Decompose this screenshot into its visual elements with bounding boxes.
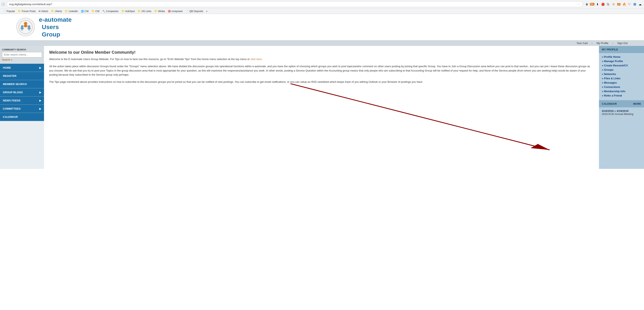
bookmark-linkedin-label: LinkedIn [68,10,78,13]
nav-link-committees[interactable]: COMMITTEES ▶ [0,105,44,113]
bookmark-corepower[interactable]: 🎯 corepower [166,10,184,13]
nav-arrow-home: ▶ [39,66,41,69]
bookmark-alerts-2[interactable]: 📁 /Alerts [50,9,63,13]
nav-item-calendar[interactable]: CALENDAR [0,113,44,121]
flame-icon[interactable]: 🔥 [622,2,626,7]
bookmark-corepower-label: corepower [172,10,183,13]
nav-link-register[interactable]: REGISTER [0,72,44,80]
bookmark-alerts-1-label: /Alerts [41,10,48,13]
ghost-icon[interactable]: 2 [632,2,637,7]
nav-item-home[interactable]: HOME ▶ [0,64,44,72]
header-inner: e-automate Users Group [16,16,628,38]
bookmark-alerts-1[interactable]: ✉ /Alerts [37,10,49,13]
top-nav-my-profile[interactable]: My Profile [596,42,608,45]
content-paragraph-3: The Tips page mentioned above provides i… [49,80,594,84]
my-profile-section: MY PROFILE Profile Home Manage Profile C… [599,46,644,99]
bookmark-cw-1-label: CW [84,10,89,13]
extension-icon-1[interactable]: 🔴 [600,2,605,7]
notification-icon-2[interactable]: 90 [616,2,621,7]
click-here-link[interactable]: click here [250,58,262,61]
elephant-icon[interactable]: 🐘 [606,2,610,7]
community-search-section: COMMUNITY SEARCH Search » [0,46,44,64]
search-input[interactable] [2,52,42,57]
bookmark-hubspot[interactable]: 📁 HubSpot [120,9,136,13]
nav-link-group-blogs[interactable]: GROUP BLOGS ▶ [0,88,44,96]
my-profile-link-groups[interactable]: Groups [602,68,641,72]
nav-item-news-feeds[interactable]: NEWS FEEDS ▶ [0,97,44,105]
bookmark-cw-1[interactable]: 🌐 CW [80,10,90,13]
inbox-icon[interactable]: ⬇ [595,2,600,7]
bookmark-forum-posts[interactable]: 📁 Forum Posts [16,9,37,13]
bookmark-wistia[interactable]: 📁 Wistia [153,9,166,13]
my-profile-link-networks[interactable]: Networks [602,72,641,76]
bookmark-hs-links[interactable]: 📁 HS Links [136,9,152,13]
site-header: e-automate Users Group [0,14,644,40]
logo-users: Users [42,24,59,30]
content-para1-text: Welcome to the E-Automate Users Group We… [49,58,250,61]
nav-item-group-blogs[interactable]: GROUP BLOGS ▶ [0,88,44,97]
bookmark-wistia-label: Wistia [158,10,165,13]
address-input[interactable] [9,3,576,6]
nav-item-committees[interactable]: COMMITTEES ▶ [0,105,44,113]
page-wrapper: e-automate Users Group Your Cart | My Pr… [0,14,644,307]
my-profile-links: Profile Home Manage Profile Create Resum… [599,53,644,99]
main-layout: COMMUNITY SEARCH Search » HOME ▶ REGISTE… [0,46,644,169]
my-profile-link-messages[interactable]: Messages [602,81,641,85]
my-profile-header: MY PROFILE [599,46,644,53]
nav-arrow-group-blogs: ▶ [39,91,41,94]
nav-label-committees: COMMITTEES [3,107,21,110]
nav-link-calendar[interactable]: CALENDAR [0,113,44,121]
bookmark-star-icon[interactable]: ☆ [578,2,580,6]
address-bar[interactable]: ☆ [6,1,583,7]
bookmark-forum-posts-label: Forum Posts [22,10,36,13]
bookmark-companies[interactable]: 🔧 Companies [101,10,120,13]
calendar-more-link[interactable]: MORE [633,102,641,105]
bookmark-cw-2[interactable]: 📁 CW [90,9,101,13]
my-profile-link-profile-home[interactable]: Profile Home [602,55,641,59]
bookmarks-more[interactable]: » [205,10,209,13]
top-nav-sign-out[interactable]: Sign Out [617,42,628,45]
my-profile-link-resume[interactable]: Create Resumé/CV [602,63,641,68]
nav-link-member-search[interactable]: MEMBER SEARCH [0,80,44,88]
my-profile-link-manage-profile[interactable]: Manage Profile [602,59,641,63]
nav-link-news-feeds[interactable]: NEWS FEEDS ▶ [0,97,44,105]
hubspot-icon[interactable]: ⚙ [611,2,616,7]
my-profile-link-membership[interactable]: Membership Info [602,89,641,93]
nav-item-register[interactable]: REGISTER [0,72,44,80]
info-icon[interactable]: i [2,3,5,6]
folder-icon-3: 📁 [65,10,68,13]
nav-arrow-committees: ▶ [39,107,41,110]
calendar-section-title: CALENDAR [602,102,617,105]
screen-share-icon[interactable]: 🖥 [584,2,589,7]
svg-point-2 [24,25,28,27]
nav-link-home[interactable]: HOME ▶ [0,64,44,72]
folder-icon-6: 📁 [138,10,141,13]
top-nav-your-cart[interactable]: Your Cart [576,42,588,45]
nav-item-member-search[interactable]: MEMBER SEARCH [0,80,44,88]
cloud-icon[interactable]: ☁ [638,2,642,7]
my-profile-link-refer[interactable]: Refer a Friend [602,93,641,98]
content-title: Welcome to our Online Member Community! [49,50,594,55]
my-profile-link-connections[interactable]: Connections [602,85,641,89]
bookmark-linkedin[interactable]: 📁 LinkedIn [64,9,79,13]
browser-toolbar-icons: 🖥 99+ ⬇ 🔴 🐘 ⚙ 90 🔥 🛡 2 ☁ [584,2,642,7]
folder-icon-5: 📁 [122,10,125,13]
top-nav-bar: Your Cart | My Profile | Sign Out [0,40,644,46]
bookmark-qb-deposits[interactable]: 📄 QB Deposits [184,10,204,13]
address-bar-row: i ☆ 🖥 99+ ⬇ 🔴 🐘 ⚙ 90 🔥 🛡 2 ☁ [0,0,644,9]
community-search-title: COMMUNITY SEARCH [2,48,42,51]
nav-label-calendar: CALENDAR [3,115,18,118]
svg-point-8 [28,29,30,31]
folder-icon-7: 📁 [154,10,158,13]
nav-separator-2: | [612,42,613,45]
search-link[interactable]: Search » [2,58,42,61]
notification-icon[interactable]: 99+ [590,2,594,7]
logo-group: Group [42,31,60,38]
svg-point-1 [24,22,27,25]
bookmark-qb-deposits-label: QB Deposits [190,10,203,13]
bookmark-popular[interactable]: 📄 Popular [2,10,16,13]
shield-icon[interactable]: 🛡 [627,2,632,7]
corepower-icon: 🎯 [168,10,171,13]
my-profile-link-files[interactable]: Files & Links [602,76,641,81]
calendar-event: 4/16/2018 » 4/19/2018 2018 EUG Annual Me… [599,107,644,118]
